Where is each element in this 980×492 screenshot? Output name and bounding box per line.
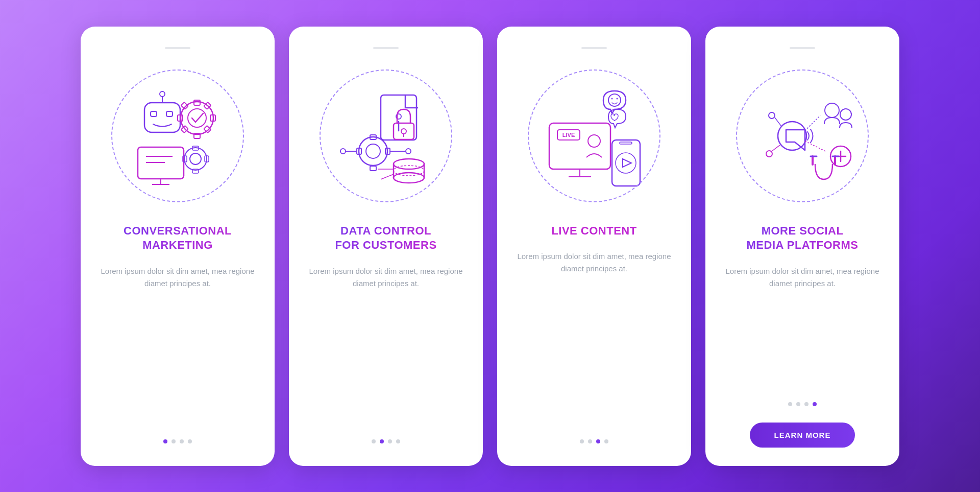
dot-1 bbox=[788, 402, 792, 406]
dashed-circle-decoration bbox=[111, 69, 244, 202]
dot-3 bbox=[804, 402, 808, 406]
dot-3 bbox=[180, 439, 184, 443]
dashed-circle-decoration bbox=[736, 69, 869, 202]
card-body-text: Lorem ipsum dolor sit dim amet, mea regi… bbox=[305, 265, 467, 290]
card-icon-area bbox=[106, 64, 249, 207]
dot-1 bbox=[372, 439, 376, 443]
dot-2 bbox=[588, 439, 592, 443]
card-icon-area bbox=[731, 64, 874, 207]
dot-2 bbox=[796, 402, 800, 406]
card-body-text: Lorem ipsum dolor sit dim amet, mea regi… bbox=[722, 265, 883, 290]
card-top-bar bbox=[165, 47, 190, 49]
dot-4 bbox=[813, 402, 817, 406]
dot-1 bbox=[163, 439, 167, 443]
card-title: DATA CONTROL FOR CUSTOMERS bbox=[335, 224, 436, 253]
pagination-dots bbox=[163, 439, 192, 443]
dot-4 bbox=[188, 439, 192, 443]
cards-container: CONVERSATIONAL MARKETING Lorem ipsum dol… bbox=[81, 27, 899, 466]
card-title: MORE SOCIAL MEDIA PLATFORMS bbox=[747, 224, 859, 253]
dashed-circle-decoration bbox=[320, 69, 452, 202]
card-top-bar bbox=[790, 47, 815, 49]
card-title: LIVE CONTENT bbox=[551, 224, 636, 239]
dashed-circle-decoration bbox=[528, 69, 660, 202]
pagination-dots bbox=[788, 402, 817, 406]
card-live-content: LIVE bbox=[497, 27, 691, 466]
card-title: CONVERSATIONAL MARKETING bbox=[124, 224, 232, 253]
card-body-text: Lorem ipsum dolor sit dim amet, mea regi… bbox=[513, 250, 675, 275]
card-icon-area bbox=[314, 64, 457, 207]
card-data-control: DATA CONTROL FOR CUSTOMERS Lorem ipsum d… bbox=[289, 27, 483, 466]
card-social-media: MORE SOCIAL MEDIA PLATFORMS Lorem ipsum … bbox=[705, 27, 899, 466]
dot-2 bbox=[172, 439, 176, 443]
card-top-bar bbox=[581, 47, 607, 49]
dot-1 bbox=[580, 439, 584, 443]
learn-more-button[interactable]: LEARN MORE bbox=[750, 423, 855, 448]
pagination-dots bbox=[580, 439, 608, 443]
dot-4 bbox=[396, 439, 400, 443]
pagination-dots bbox=[372, 439, 400, 443]
dot-4 bbox=[604, 439, 608, 443]
dot-2 bbox=[380, 439, 384, 443]
card-icon-area: LIVE bbox=[523, 64, 666, 207]
card-body-text: Lorem ipsum dolor sit dim amet, mea regi… bbox=[97, 265, 258, 290]
card-conversational-marketing: CONVERSATIONAL MARKETING Lorem ipsum dol… bbox=[81, 27, 275, 466]
dot-3 bbox=[388, 439, 392, 443]
card-top-bar bbox=[373, 47, 399, 49]
dot-3 bbox=[596, 439, 600, 443]
